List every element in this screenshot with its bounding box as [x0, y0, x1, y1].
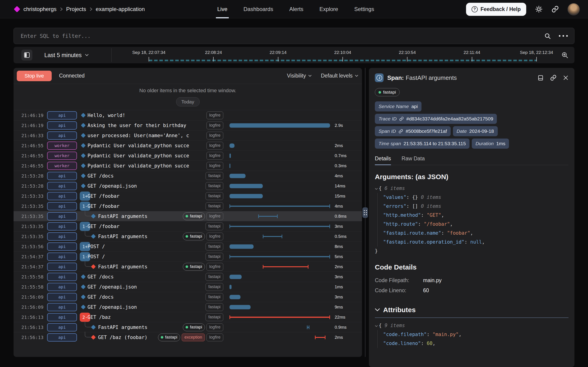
service-pill-api[interactable]: api — [47, 333, 77, 342]
tab-dashboards[interactable]: Dashboards — [243, 0, 273, 18]
exception-tag[interactable]: exception — [182, 334, 205, 341]
json-open-line[interactable]: { 6 items — [375, 184, 569, 193]
logfire-tag[interactable]: logfire — [207, 111, 223, 119]
service-pill-worker[interactable]: worker — [47, 142, 77, 150]
fastapi-tag[interactable]: fastapi — [206, 283, 223, 291]
stop-live-button[interactable]: Stop live — [17, 71, 52, 81]
trace-row[interactable]: 21:53:33api1+GET /foobarfastapi15ms — [14, 191, 362, 201]
service-pill-api[interactable]: api — [47, 192, 77, 200]
service-pill-api[interactable]: api — [47, 172, 77, 180]
fastapi-tag[interactable]: fastapi — [206, 192, 223, 200]
copy-link-icon[interactable] — [550, 75, 556, 81]
service-pill-api[interactable]: api — [47, 111, 77, 119]
logfire-tag[interactable]: logfire — [207, 142, 223, 150]
trace-row[interactable]: 21:46:55workerPydantic User validate_pyt… — [14, 150, 362, 161]
service-pill-api[interactable]: api — [47, 242, 77, 251]
fastapi-tag[interactable]: fastapi — [183, 263, 205, 271]
today-button[interactable]: Today — [176, 97, 199, 106]
service-pill-api[interactable]: api — [47, 283, 77, 291]
tab-live[interactable]: Live — [217, 0, 227, 18]
trace-row[interactable]: 21:54:37api1-POST /fastapi5ms — [14, 251, 362, 261]
tab-details[interactable]: Details — [375, 156, 391, 165]
fastapi-tag[interactable]: fastapi — [375, 88, 400, 96]
service-pill-api[interactable]: api — [47, 273, 77, 281]
panel-divider[interactable] — [365, 68, 365, 357]
trace-row[interactable]: 21:56:13apiGET /baz (foobar)fastapiexcep… — [14, 332, 362, 342]
service-pill-api[interactable]: api — [47, 263, 77, 271]
trace-row[interactable]: 21:46:19apiAsking the user for their bir… — [14, 120, 362, 130]
service-pill-api[interactable]: api — [47, 232, 77, 241]
trace-row[interactable]: 21:56:09apiGET /openapi.jsonfastapi9ms — [14, 302, 362, 312]
fastapi-tag[interactable]: fastapi — [206, 182, 223, 190]
service-pill-api[interactable]: api — [47, 212, 77, 220]
service-pill-api[interactable]: api — [47, 121, 77, 130]
sql-filter-bar[interactable]: Enter SQL to filter... — [14, 28, 574, 44]
trace-row[interactable]: 21:55:58apiGET /docsfastapi3ms — [14, 272, 362, 282]
trace-row[interactable]: 21:53:28apiGET /openapi.jsonfastapi14ms — [14, 181, 362, 191]
breadcrumb-projects[interactable]: Projects — [66, 6, 86, 12]
fastapi-tag[interactable]: fastapi — [206, 243, 223, 250]
theme-toggle-icon[interactable] — [535, 5, 543, 13]
tab-explore[interactable]: Explore — [320, 0, 338, 18]
service-name-chip[interactable]: Service Nameapi — [375, 101, 422, 111]
breadcrumb-project[interactable]: example-application — [96, 6, 145, 12]
trace-row[interactable]: 21:53:28apiGET /docsfastapi4ms — [14, 171, 362, 181]
service-pill-worker[interactable]: worker — [47, 162, 77, 170]
service-pill-api[interactable]: api — [47, 252, 77, 261]
trace-row[interactable]: 21:46:19apiHello, world!logfire — [14, 110, 362, 120]
trace-row[interactable]: 21:53:35api1-GET /foobarfastapi3ms — [14, 221, 362, 231]
trace-row[interactable]: 21:55:58apiGET /openapi.jsonfastapi1ms — [14, 282, 362, 292]
visibility-dropdown[interactable]: Visibility — [287, 73, 312, 79]
trace-row[interactable]: 21:56:13apiFastAPI argumentsfastapilogfi… — [14, 322, 362, 332]
time-range-select[interactable]: Last 5 minutes — [44, 47, 89, 63]
trace-row[interactable]: 21:46:33apiuser processed: User(name='An… — [14, 130, 362, 140]
service-pill-api[interactable]: api — [47, 222, 77, 231]
fastapi-tag[interactable]: fastapi — [206, 293, 223, 301]
fastapi-tag[interactable]: fastapi — [183, 323, 205, 331]
service-pill-api[interactable]: api — [47, 313, 77, 321]
default-levels-dropdown[interactable]: Default levels — [321, 73, 358, 79]
fastapi-tag[interactable]: fastapi — [158, 334, 180, 341]
service-pill-worker[interactable]: worker — [47, 152, 77, 160]
logfire-tag[interactable]: logfire — [207, 132, 223, 140]
fastapi-tag[interactable]: fastapi — [206, 253, 223, 261]
timeline-ticks[interactable]: Sep 18, 22:07:3422:08:2422:09:1422:10:04… — [121, 47, 556, 63]
fastapi-tag[interactable]: fastapi — [206, 202, 223, 210]
search-icon[interactable] — [544, 33, 551, 40]
logfire-tag[interactable]: logfire — [207, 323, 223, 331]
logfire-tag[interactable]: logfire — [207, 212, 223, 220]
zoom-in-icon[interactable] — [561, 51, 569, 59]
trace-row[interactable]: 21:53:35api1-GET /foobarfastapi4ms — [14, 201, 362, 211]
trace-row[interactable]: 21:56:09apiGET /docsfastapi3ms — [14, 292, 362, 302]
span-id-chip[interactable]: Span ID #5008bce5f7fe21af — [375, 126, 451, 136]
sidebar-toggle-button[interactable] — [21, 50, 32, 60]
service-pill-api[interactable]: api — [47, 303, 77, 311]
service-pill-api[interactable]: api — [47, 202, 77, 210]
trace-row[interactable]: 21:53:35apiFastAPI argumentsfastapilogfi… — [14, 211, 362, 221]
fastapi-tag[interactable]: fastapi — [206, 223, 223, 230]
tab-raw-data[interactable]: Raw Data — [401, 156, 425, 165]
fastapi-tag[interactable]: fastapi — [183, 233, 205, 240]
fastapi-tag[interactable]: fastapi — [206, 273, 223, 281]
fastapi-tag[interactable]: fastapi — [183, 212, 205, 220]
attributes-section-toggle[interactable]: Attributes — [375, 306, 569, 314]
ellipsis-icon[interactable] — [559, 35, 568, 37]
trace-row[interactable]: 21:54:37apiFastAPI argumentsfastapilogfi… — [14, 261, 362, 272]
sql-filter-input[interactable]: Enter SQL to filter... — [21, 33, 91, 39]
fastapi-tag[interactable]: fastapi — [206, 172, 223, 180]
share-link-icon[interactable] — [552, 6, 559, 13]
logfire-logo-icon[interactable] — [14, 6, 20, 12]
trace-row[interactable]: 21:56:13api2-GET /bazfastapi22ms — [14, 312, 362, 322]
feedback-help-button[interactable]: Feedback / Help — [466, 3, 526, 16]
service-pill-api[interactable]: api — [47, 323, 77, 332]
logfire-tag[interactable]: logfire — [207, 334, 223, 341]
logfire-tag[interactable]: logfire — [207, 162, 223, 170]
service-pill-api[interactable]: api — [47, 293, 77, 301]
avatar[interactable] — [568, 3, 580, 15]
close-icon[interactable] — [563, 75, 569, 81]
trace-row[interactable]: 21:46:55workerPydantic User validate_pyt… — [14, 140, 362, 150]
breadcrumb-org[interactable]: christophergs — [23, 6, 57, 12]
trace-row[interactable]: 21:53:35apiFastAPI argumentsfastapilogfi… — [14, 231, 362, 241]
service-pill-api[interactable]: api — [47, 182, 77, 190]
logfire-tag[interactable]: logfire — [207, 233, 223, 240]
